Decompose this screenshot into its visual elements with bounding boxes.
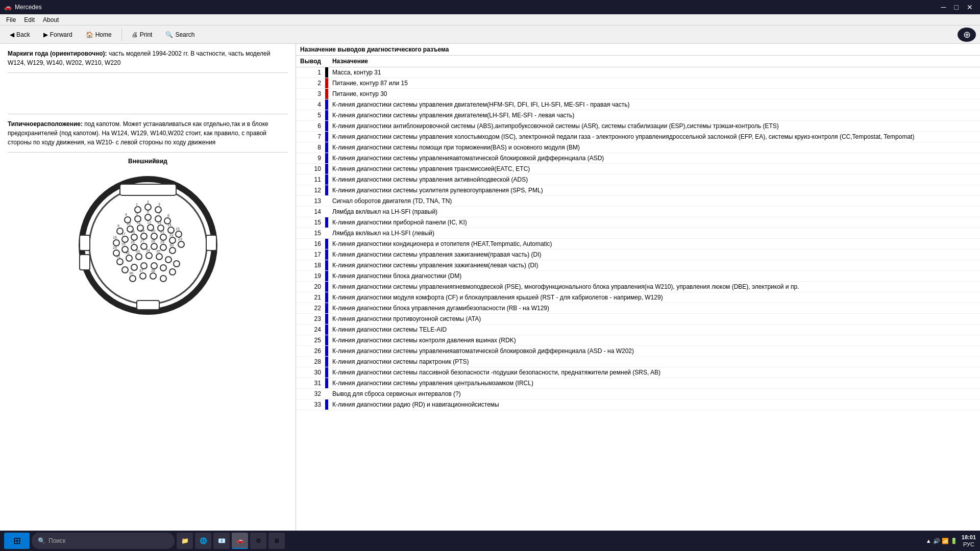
pin-description: К-линия диагностики системы усилителя ру… (328, 185, 980, 196)
svg-text:28: 28 (151, 239, 155, 243)
svg-rect-4 (80, 235, 90, 251)
svg-point-35 (160, 244, 166, 251)
back-button[interactable]: ◀ Back (4, 29, 36, 41)
svg-text:1: 1 (136, 203, 138, 206)
svg-text:7: 7 (158, 212, 160, 215)
svg-text:26: 26 (131, 240, 135, 244)
svg-text:20: 20 (151, 229, 155, 233)
svg-text:30: 30 (169, 243, 174, 247)
pin-description: К-линия диагностики системы управления а… (328, 174, 980, 185)
svg-text:31: 31 (116, 255, 120, 258)
pin-description: К-линия диагностики системы управления д… (328, 110, 980, 121)
pin-number: 10 (296, 164, 325, 174)
pin-number: 24 (296, 324, 325, 335)
svg-point-12 (145, 214, 151, 220)
svg-text:17: 17 (121, 232, 126, 236)
forward-button[interactable]: ▶ Forward (38, 29, 78, 41)
svg-text:15: 15 (176, 227, 180, 231)
main-content: Маркиги года (ориентировочно): часть мод… (0, 44, 980, 531)
year-info: Маркиги года (ориентировочно): часть мод… (8, 49, 288, 67)
svg-point-49 (169, 269, 176, 275)
print-button[interactable]: 🖨 Print (126, 29, 158, 41)
home-label: Home (95, 31, 112, 38)
svg-text:9: 9 (117, 224, 119, 228)
svg-text:3: 3 (158, 203, 160, 206)
table-row: 14Лямбда вкл/выкл на LH-SFI (правый) (296, 207, 980, 217)
maximize-button[interactable]: □ (951, 2, 962, 12)
pin-number: 2 (296, 78, 325, 89)
menu-edit[interactable]: Edit (20, 15, 39, 24)
pin-number: 15 (296, 217, 325, 228)
pin-number: 21 (296, 292, 325, 303)
svg-point-52 (150, 273, 156, 279)
svg-point-40 (146, 253, 152, 259)
title-bar: 🚗 Mercedes ─ □ ✕ (0, 0, 980, 14)
pin-description: К-линия диагностики антиблокировочной си… (328, 121, 980, 132)
pin-description: К-линия диагностики системы управленияав… (328, 153, 980, 164)
svg-text:25: 25 (121, 242, 126, 246)
svg-point-24 (131, 234, 137, 240)
menu-about[interactable]: About (39, 15, 63, 24)
table-row: 6К-линия диагностики антиблокировочной с… (296, 121, 980, 132)
print-label: Print (140, 31, 153, 38)
pin-number: 22 (296, 303, 325, 314)
table-row: 21К-линия диагностики модуля комфорта (C… (296, 292, 980, 303)
col-pin-header: Вывод (296, 56, 325, 67)
pin-number: 5 (296, 110, 325, 121)
table-row: 15Лямбда вкл/выкл на LH-SFI (левый) (296, 228, 980, 239)
svg-point-37 (117, 259, 123, 265)
home-button[interactable]: 🏠 Home (80, 29, 117, 41)
table-row: 9К-линия диагностики системы управленияа… (296, 153, 980, 164)
pin-description: Лямбда вкл/выкл на LH-SFI (левый) (328, 228, 980, 239)
search-button[interactable]: 🔍 Search (160, 29, 200, 41)
svg-text:24: 24 (113, 246, 117, 249)
svg-point-27 (160, 234, 166, 240)
minimize-button[interactable]: ─ (938, 2, 949, 12)
table-row: 25К-линия диагностики системы контроля д… (296, 335, 980, 346)
close-button[interactable]: ✕ (964, 2, 976, 12)
table-row: 33К-линия диагностики радио (RD) и навиг… (296, 399, 980, 410)
pin-number: 18 (296, 260, 325, 271)
pin-description: К-линия диагностики системы парктроник (… (328, 357, 980, 367)
table-row: 5К-линия диагностики системы управления … (296, 110, 980, 121)
pin-number: 11 (296, 174, 325, 185)
svg-text:32: 32 (126, 251, 130, 255)
pin-number: 15 (296, 228, 325, 239)
table-row: 31К-линия диагностики системы управления… (296, 378, 980, 389)
pin-description: К-линия диагностики системы управленияав… (328, 346, 980, 357)
svg-point-0 (82, 179, 214, 312)
svg-text:14: 14 (167, 223, 172, 227)
svg-point-8 (145, 204, 151, 210)
svg-point-53 (160, 276, 166, 282)
table-row: 17К-линия диагностики системы управления… (296, 249, 980, 260)
svg-text:23: 23 (178, 237, 182, 241)
print-icon: 🖨 (132, 31, 138, 38)
back-label: Back (16, 31, 30, 38)
pin-description: К-линия диагностики системы управления з… (328, 249, 980, 260)
svg-text:34: 34 (146, 248, 150, 252)
pin-description: Вывод для сброса сервисных интервалов (?… (328, 389, 980, 399)
svg-text:12: 12 (147, 220, 151, 224)
svg-text:29: 29 (160, 240, 164, 244)
svg-point-47 (151, 263, 157, 269)
pin-description: Питание, контур 30 (328, 89, 980, 99)
svg-text:21: 21 (160, 230, 164, 234)
table-row: 26К-линия диагностики системы управления… (296, 346, 980, 357)
home-icon: 🏠 (86, 31, 93, 38)
svg-text:2: 2 (147, 200, 149, 204)
pin-description: Сигнал оборотов двигателя (TD, TNA, TN) (328, 196, 980, 207)
menu-file[interactable]: File (2, 15, 20, 24)
pin-number: 6 (296, 121, 325, 132)
svg-point-36 (169, 247, 176, 254)
divider-3 (8, 152, 288, 153)
svg-text:22: 22 (169, 233, 174, 237)
location-info: Типичноерасположение: под капотом. Может… (8, 119, 288, 147)
forward-label: Forward (50, 31, 72, 38)
pin-description: К-линия диагностики системы управления х… (328, 132, 980, 142)
svg-text:4: 4 (125, 213, 127, 216)
pin-description: К-линия диагностики блока диагностики (D… (328, 271, 980, 282)
table-row: 11К-линия диагностики системы управления… (296, 174, 980, 185)
svg-rect-3 (137, 300, 159, 310)
right-panel: Назначение выводов диагностического разъ… (296, 44, 980, 531)
spacer-1 (8, 78, 288, 109)
